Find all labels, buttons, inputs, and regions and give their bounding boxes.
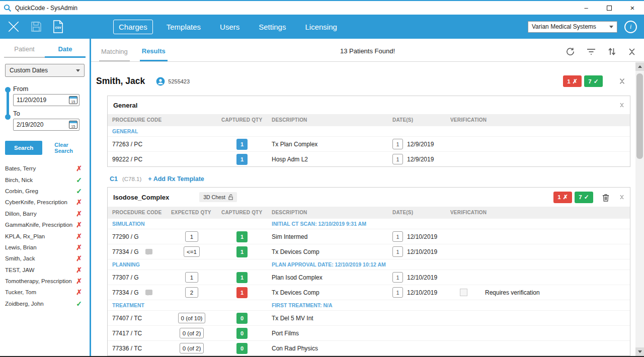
collapse-panel-button[interactable] (619, 195, 624, 200)
close-patient-button[interactable] (7, 20, 20, 33)
save-button[interactable] (30, 21, 42, 33)
refresh-button[interactable] (566, 47, 575, 56)
comment-icon[interactable] (145, 249, 152, 254)
patient-list-item[interactable]: GammaKnife, Prescription (5, 219, 85, 230)
organization-dropdown[interactable]: Varian Medical Systems (528, 21, 617, 33)
captured-qty-badge[interactable]: 1 (236, 287, 248, 298)
filter-button[interactable] (587, 48, 596, 55)
scrollbar-thumb[interactable] (636, 73, 643, 159)
add-rx-template-link[interactable]: + Add Rx Template (148, 175, 204, 183)
patient-list-item[interactable]: Birch, Nick (5, 174, 85, 185)
filter-icon (587, 48, 596, 55)
minimize-button[interactable]: – (575, 1, 598, 15)
patient-list-item[interactable]: Tomotherapy, Prescription (5, 276, 85, 287)
comment-icon[interactable] (145, 290, 152, 295)
collapse-patient-button[interactable] (619, 78, 625, 84)
nav-users[interactable]: Users (214, 20, 245, 34)
close-window-button[interactable]: × (621, 1, 644, 15)
unlock-icon[interactable] (228, 194, 233, 200)
pass-count-badge[interactable]: 7✓ (584, 75, 603, 87)
search-sidebar: Patient Date Custom Dates From 11/20/201… (0, 39, 91, 356)
collapse-panel-button[interactable] (619, 103, 624, 108)
export-csv-button[interactable]: csv (52, 20, 64, 33)
tab-results[interactable]: Results (140, 47, 168, 61)
nav-templates[interactable]: Templates (161, 20, 206, 34)
captured-qty-badge[interactable]: 1 (236, 139, 248, 150)
date-count-box[interactable]: 1 (392, 287, 403, 298)
table-row: 99222 / PC 1 Hosp Adm L2 112/9/2019 (108, 151, 630, 166)
date-count-box[interactable]: 1 (392, 139, 403, 149)
collapse-icon (619, 103, 624, 108)
patient-list-item[interactable]: Smith, Jack (5, 253, 85, 264)
tab-patient[interactable]: Patient (4, 45, 45, 58)
course-tab[interactable]: C1 (110, 175, 118, 183)
nav-licensing[interactable]: Licensing (299, 20, 342, 34)
table-row: 77417 / TC 0 (of 2) 0 Port Films (108, 325, 630, 340)
captured-qty-badge[interactable]: 0 (236, 313, 248, 324)
collapse-all-button[interactable] (628, 48, 636, 56)
date-count-box[interactable]: 1 (392, 272, 403, 283)
captured-qty-badge[interactable]: 0 (236, 328, 248, 339)
nav-settings[interactable]: Settings (253, 20, 291, 34)
patient-list-item[interactable]: Tucker, Tom (5, 287, 85, 298)
calendar-icon[interactable]: 15 (69, 121, 77, 129)
delete-template-button[interactable] (602, 193, 610, 202)
expected-qty-box[interactable]: 0 (of 10) (178, 313, 206, 323)
patient-name: Smith, Jack (5, 255, 35, 261)
patient-list-item[interactable]: CyberKnife, Prescription (5, 197, 85, 208)
pass-count-badge[interactable]: 7✓ (575, 192, 593, 203)
column-header: CAPTURED QTY (217, 114, 267, 126)
plan-tag: 3D Chest (199, 192, 237, 202)
captured-qty-badge[interactable]: 0 (236, 343, 248, 354)
patient-list-item[interactable]: KPLA, Rx_Plan (5, 230, 85, 241)
fail-count-badge[interactable]: 1✗ (553, 192, 572, 203)
fail-count-badge[interactable]: 1✗ (563, 75, 582, 87)
date-count-box[interactable]: 1 (392, 154, 403, 164)
date-preset-dropdown[interactable]: Custom Dates (5, 64, 85, 77)
clear-search-link[interactable]: Clear Search (54, 142, 85, 154)
date-count-box[interactable]: 1 (392, 246, 403, 257)
from-date-input[interactable]: 11/20/2019 15 (13, 94, 79, 106)
info-icon: i (630, 23, 632, 31)
patient-name: KPLA, Rx_Plan (5, 233, 45, 239)
tab-matching[interactable]: Matching (99, 48, 130, 61)
expected-qty-box[interactable]: 2 (185, 287, 198, 298)
patient-list-item[interactable]: Lewis, Brian (5, 242, 85, 253)
verification-checkbox[interactable] (460, 289, 467, 296)
captured-qty-badge[interactable]: 1 (236, 231, 248, 242)
to-date-input[interactable]: 2/19/2020 15 (13, 119, 79, 131)
nav-charges[interactable]: Charges (113, 20, 153, 34)
scroll-down-button[interactable] (635, 347, 644, 356)
patient-list-item[interactable]: Corbin, Greg (5, 186, 85, 197)
patient-list-item[interactable]: Bates, Terry (5, 163, 85, 174)
panel-title: General (113, 102, 137, 109)
patient-list-item[interactable]: Dillon, Barry (5, 208, 85, 219)
patient-list-item[interactable]: TEST, JAW (5, 264, 85, 276)
captured-qty-badge[interactable]: 1 (236, 272, 248, 283)
plan-tag-label: 3D Chest (203, 194, 225, 200)
expected-qty-box[interactable]: 0 (of 2) (180, 328, 204, 338)
description-text: Con Rad Physics (267, 341, 388, 355)
calendar-icon[interactable]: 15 (69, 96, 77, 104)
vertical-scrollbar[interactable] (635, 62, 644, 356)
scroll-up-button[interactable] (635, 62, 644, 71)
expected-qty-box[interactable]: 1 (185, 272, 198, 283)
expected-qty-box[interactable]: 1 (185, 231, 198, 242)
rx-template-title: Isodose_Complex (113, 194, 169, 201)
captured-qty-badge[interactable]: 1 (236, 246, 248, 257)
tab-date[interactable]: Date (45, 45, 86, 58)
maximize-button[interactable] (598, 1, 621, 15)
section-label: PLANNING (108, 259, 167, 270)
captured-qty-badge[interactable]: 1 (236, 154, 248, 165)
csv-file-icon: csv (52, 20, 64, 33)
search-button[interactable]: Search (5, 141, 42, 155)
section-info: INITIAL CT SCAN: 12/10/2019 9:31 AM (267, 219, 388, 229)
procedure-code: 77407 / TC (112, 315, 142, 322)
expected-qty-box[interactable]: <=1 (184, 246, 200, 257)
patient-list-item[interactable]: Zoidberg, John (5, 298, 85, 309)
info-button[interactable]: i (624, 21, 637, 33)
expected-qty-box[interactable]: 0 (of 2) (180, 343, 204, 353)
sort-button[interactable] (608, 47, 616, 56)
patient-list: Bates, Terry Birch, Nick Corbin, Greg Cy… (5, 163, 85, 309)
date-count-box[interactable]: 1 (392, 231, 403, 242)
